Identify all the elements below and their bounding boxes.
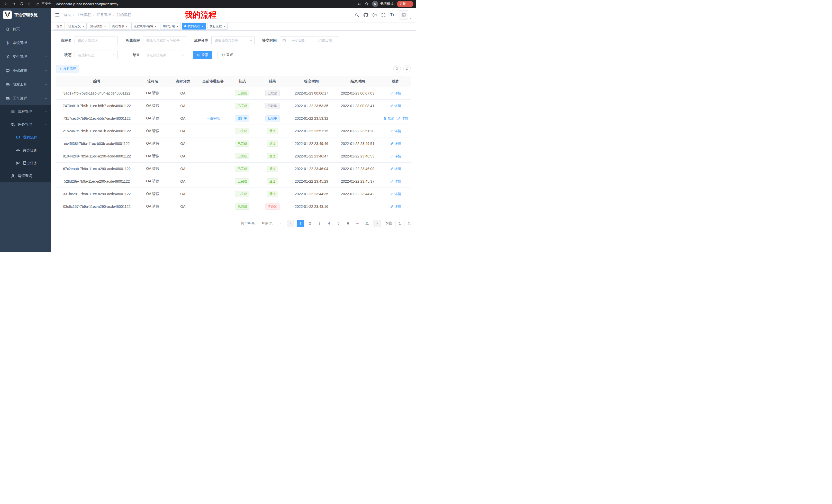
page-number-5[interactable]: 5: [335, 220, 342, 227]
github-icon[interactable]: [364, 12, 368, 17]
page-number-11[interactable]: 11: [363, 220, 371, 227]
bookmark-star-icon[interactable]: [365, 2, 369, 6]
password-key-icon[interactable]: [357, 2, 361, 6]
prev-page-button[interactable]: [287, 220, 294, 227]
reset-button[interactable]: 重置: [217, 51, 237, 59]
detail-link[interactable]: 详情: [390, 154, 401, 159]
close-icon[interactable]: ×: [126, 25, 128, 28]
close-icon[interactable]: ×: [104, 25, 106, 28]
breadcrumb-item[interactable]: 工作流程: [77, 12, 91, 17]
task-link[interactable]: 一级审批: [206, 116, 220, 121]
sidebar-item-label: 支付管理: [12, 54, 27, 59]
tab-home[interactable]: 首页: [54, 23, 65, 30]
process-definition-input[interactable]: [143, 36, 186, 45]
detail-link[interactable]: 详情: [390, 91, 401, 95]
process-name-input[interactable]: [75, 36, 118, 45]
sidebar-item-home[interactable]: 首页: [0, 22, 51, 36]
tab-user-group[interactable]: 用户分组×: [160, 23, 181, 30]
sidebar-item-payment[interactable]: 支付管理: [0, 50, 51, 64]
detail-link[interactable]: 详情: [390, 104, 401, 108]
sidebar-item-todo-tasks[interactable]: 待办任务: [0, 144, 51, 157]
status-select[interactable]: [75, 51, 118, 59]
detail-link[interactable]: 详情: [390, 192, 401, 196]
close-icon[interactable]: ×: [176, 25, 178, 28]
status-badge: 已完成: [235, 153, 250, 159]
result-label: 结果: [125, 53, 140, 57]
cell-submit-time: 2022-01-22 23:46:04: [288, 162, 335, 175]
page-size-select[interactable]: 10条/页: [259, 220, 284, 227]
filter-submit-time: 提交时间 开始日期 - 结束日期: [261, 36, 339, 45]
breadcrumb-item[interactable]: 任务管理: [97, 12, 111, 17]
col-id: 编号: [56, 76, 137, 87]
detail-link[interactable]: 详情: [390, 141, 401, 146]
detail-link[interactable]: 详情: [390, 204, 401, 209]
sidebar-item-process-management[interactable]: 流程管理: [0, 105, 51, 118]
breadcrumb-item[interactable]: 首页: [64, 12, 71, 17]
help-icon[interactable]: ?: [372, 13, 377, 17]
close-icon[interactable]: ×: [202, 25, 204, 28]
page-number-6[interactable]: 6: [344, 220, 352, 227]
category-select[interactable]: [211, 36, 255, 45]
address-bar[interactable]: 不安全 dashboard.yudao.iocoder.cn/bpm/task/…: [36, 2, 356, 6]
category-select-input[interactable]: [211, 36, 255, 45]
pagination-more[interactable]: ···: [354, 220, 361, 227]
close-icon[interactable]: ×: [224, 25, 226, 28]
close-icon[interactable]: ×: [82, 25, 84, 28]
browser-menu-icon[interactable]: ⋮: [408, 2, 411, 6]
app-logo[interactable]: 芋道管理系统: [0, 8, 51, 22]
status-badge: 已完成: [235, 166, 250, 172]
browser-forward-icon[interactable]: [10, 1, 17, 7]
sidebar-item-leave-query[interactable]: 请假查询: [0, 170, 51, 183]
detail-link[interactable]: 详情: [390, 166, 401, 171]
cell-result: 通过: [257, 175, 288, 188]
page-number-4[interactable]: 4: [325, 220, 333, 227]
detail-link[interactable]: 详情: [390, 179, 401, 184]
security-warning[interactable]: 不安全: [36, 2, 51, 6]
sidebar-item-my-process[interactable]: 我的流程: [0, 131, 51, 144]
cell-actions: 取消详情: [381, 112, 411, 124]
hamburger-icon[interactable]: [55, 12, 60, 17]
user-menu[interactable]: [399, 10, 412, 20]
browser-back-icon[interactable]: [3, 1, 9, 7]
next-page-button[interactable]: [373, 220, 381, 227]
sidebar-item-label: 已办任务: [23, 161, 37, 165]
result-select-input[interactable]: [143, 51, 186, 59]
tab-process-form[interactable]: 流程表单×: [109, 23, 130, 30]
font-size-icon[interactable]: TT: [390, 13, 394, 17]
sidebar-item-task-management[interactable]: 任务管理: [0, 118, 51, 131]
search-icon[interactable]: [355, 13, 359, 17]
process-name-label: 流程名: [56, 38, 72, 43]
tab-my-process[interactable]: 我的流程×: [182, 23, 206, 30]
page-number-3[interactable]: 3: [316, 220, 323, 227]
search-button[interactable]: 搜索: [193, 51, 212, 59]
sidebar-item-workflow[interactable]: 工作流程: [0, 91, 51, 105]
tab-initiate-process[interactable]: 发起流程×: [207, 23, 228, 30]
detail-link[interactable]: 详情: [397, 116, 408, 121]
submit-time-range-picker[interactable]: 开始日期 - 结束日期: [280, 36, 339, 45]
sidebar-item-infrastructure[interactable]: 基础设施: [0, 64, 51, 78]
status-select-input[interactable]: [75, 51, 118, 59]
tab-process-definition[interactable]: 流程定义×: [66, 23, 87, 30]
page-number-2[interactable]: 2: [306, 220, 314, 227]
logo-image: [3, 10, 12, 19]
browser-reload-icon[interactable]: [18, 1, 25, 7]
sidebar-item-system[interactable]: 系统管理: [0, 36, 51, 50]
cancel-link[interactable]: 取消: [383, 116, 394, 121]
incognito-badge: 无痕模式: [372, 1, 394, 7]
toggle-search-button[interactable]: [393, 65, 401, 73]
result-select[interactable]: [143, 51, 186, 59]
close-icon[interactable]: ×: [155, 25, 157, 28]
goto-page-input[interactable]: [395, 220, 405, 227]
detail-link[interactable]: 详情: [390, 129, 401, 133]
browser-home-icon[interactable]: [26, 1, 32, 7]
initiate-process-button[interactable]: 发起流程: [56, 65, 79, 73]
sidebar-item-done-tasks[interactable]: 已办任务: [0, 157, 51, 170]
sidebar-item-dev-tools[interactable]: 研发工具: [0, 78, 51, 91]
browser-update-button[interactable]: 更新 ⋮: [397, 1, 413, 7]
tab-process-form-edit[interactable]: 流程表单-编辑×: [131, 23, 159, 30]
tab-process-model[interactable]: 流程模型×: [88, 23, 108, 30]
page-number-1[interactable]: 1: [297, 220, 304, 227]
status-label: 状态: [56, 53, 72, 57]
fullscreen-icon[interactable]: [381, 13, 386, 17]
refresh-button[interactable]: [404, 65, 411, 73]
